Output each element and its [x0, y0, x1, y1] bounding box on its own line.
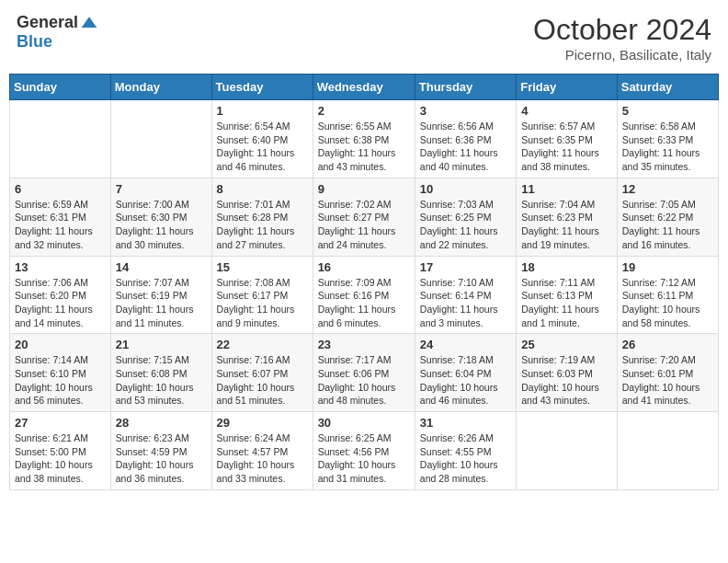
calendar-cell	[517, 412, 618, 490]
calendar-cell: 30Sunrise: 6:25 AMSunset: 4:56 PMDayligh…	[313, 412, 415, 490]
day-detail: Sunrise: 7:15 AMSunset: 6:08 PMDaylight:…	[116, 353, 207, 408]
calendar-cell: 1Sunrise: 6:54 AMSunset: 6:40 PMDaylight…	[211, 100, 313, 178]
day-number: 18	[521, 260, 612, 274]
calendar-cell: 10Sunrise: 7:03 AMSunset: 6:25 PMDayligh…	[415, 178, 516, 256]
calendar-cell: 12Sunrise: 7:05 AMSunset: 6:22 PMDayligh…	[617, 178, 718, 256]
calendar-cell	[10, 100, 111, 178]
day-detail: Sunrise: 6:24 AMSunset: 4:57 PMDaylight:…	[217, 431, 308, 486]
weekday-header-friday: Friday	[517, 75, 618, 100]
day-number: 11	[521, 182, 612, 196]
page-header: General Blue October 2024 Picerno, Basil…	[9, 9, 719, 66]
day-detail: Sunrise: 7:09 AMSunset: 6:16 PMDaylight:…	[318, 276, 410, 330]
day-detail: Sunrise: 7:12 AMSunset: 6:11 PMDaylight:…	[622, 276, 713, 330]
weekday-header-sunday: Sunday	[10, 75, 111, 100]
day-detail: Sunrise: 7:10 AMSunset: 6:14 PMDaylight:…	[420, 276, 511, 330]
calendar-cell: 17Sunrise: 7:10 AMSunset: 6:14 PMDayligh…	[415, 256, 516, 334]
day-number: 25	[521, 338, 612, 351]
day-detail: Sunrise: 6:54 AMSunset: 6:40 PMDaylight:…	[217, 120, 308, 174]
calendar-cell: 14Sunrise: 7:07 AMSunset: 6:19 PMDayligh…	[110, 256, 211, 334]
day-detail: Sunrise: 6:25 AMSunset: 4:56 PMDaylight:…	[318, 431, 410, 486]
logo-icon	[80, 14, 98, 32]
day-detail: Sunrise: 7:19 AMSunset: 6:03 PMDaylight:…	[521, 353, 612, 408]
day-detail: Sunrise: 6:58 AMSunset: 6:33 PMDaylight:…	[622, 120, 713, 174]
day-detail: Sunrise: 6:26 AMSunset: 4:55 PMDaylight:…	[420, 431, 511, 486]
day-number: 15	[217, 260, 308, 274]
weekday-header-saturday: Saturday	[617, 75, 718, 100]
calendar-week-row: 13Sunrise: 7:06 AMSunset: 6:20 PMDayligh…	[10, 256, 719, 334]
calendar-cell: 2Sunrise: 6:55 AMSunset: 6:38 PMDaylight…	[313, 100, 415, 178]
logo: General Blue	[17, 13, 98, 52]
calendar-cell: 6Sunrise: 6:59 AMSunset: 6:31 PMDaylight…	[10, 178, 111, 256]
day-detail: Sunrise: 7:11 AMSunset: 6:13 PMDaylight:…	[521, 276, 612, 330]
day-detail: Sunrise: 7:03 AMSunset: 6:25 PMDaylight:…	[420, 198, 511, 252]
day-number: 8	[217, 182, 308, 196]
calendar-cell: 21Sunrise: 7:15 AMSunset: 6:08 PMDayligh…	[110, 334, 211, 412]
weekday-header-tuesday: Tuesday	[211, 75, 313, 100]
day-number: 10	[420, 182, 511, 196]
day-detail: Sunrise: 7:18 AMSunset: 6:04 PMDaylight:…	[420, 353, 511, 408]
calendar-cell: 24Sunrise: 7:18 AMSunset: 6:04 PMDayligh…	[415, 334, 516, 412]
svg-marker-0	[82, 17, 97, 28]
day-detail: Sunrise: 7:16 AMSunset: 6:07 PMDaylight:…	[217, 353, 308, 408]
day-number: 23	[318, 338, 410, 351]
calendar-cell	[110, 100, 211, 178]
day-number: 14	[116, 260, 207, 274]
day-number: 5	[622, 104, 713, 118]
day-detail: Sunrise: 6:23 AMSunset: 4:59 PMDaylight:…	[116, 431, 207, 486]
day-detail: Sunrise: 7:05 AMSunset: 6:22 PMDaylight:…	[622, 198, 713, 252]
day-number: 19	[622, 260, 713, 274]
day-detail: Sunrise: 6:21 AMSunset: 5:00 PMDaylight:…	[15, 431, 106, 486]
calendar-week-row: 20Sunrise: 7:14 AMSunset: 6:10 PMDayligh…	[10, 334, 719, 412]
weekday-header-wednesday: Wednesday	[313, 75, 415, 100]
day-detail: Sunrise: 7:17 AMSunset: 6:06 PMDaylight:…	[318, 353, 410, 408]
day-number: 31	[420, 416, 511, 430]
day-number: 22	[217, 338, 308, 351]
day-detail: Sunrise: 6:55 AMSunset: 6:38 PMDaylight:…	[318, 120, 410, 174]
calendar-cell: 11Sunrise: 7:04 AMSunset: 6:23 PMDayligh…	[517, 178, 618, 256]
day-number: 27	[15, 416, 106, 430]
day-number: 21	[116, 338, 207, 351]
day-number: 2	[318, 104, 410, 118]
month-year-title: October 2024	[533, 13, 711, 47]
calendar-cell: 20Sunrise: 7:14 AMSunset: 6:10 PMDayligh…	[10, 334, 111, 412]
day-number: 1	[217, 104, 308, 118]
day-number: 29	[217, 416, 308, 430]
calendar-cell: 25Sunrise: 7:19 AMSunset: 6:03 PMDayligh…	[517, 334, 618, 412]
calendar-cell: 16Sunrise: 7:09 AMSunset: 6:16 PMDayligh…	[313, 256, 415, 334]
day-detail: Sunrise: 7:14 AMSunset: 6:10 PMDaylight:…	[15, 353, 106, 408]
day-detail: Sunrise: 7:02 AMSunset: 6:27 PMDaylight:…	[318, 198, 410, 252]
calendar-cell: 22Sunrise: 7:16 AMSunset: 6:07 PMDayligh…	[211, 334, 313, 412]
calendar-table: SundayMondayTuesdayWednesdayThursdayFrid…	[9, 74, 719, 490]
calendar-cell	[617, 412, 718, 490]
calendar-cell: 23Sunrise: 7:17 AMSunset: 6:06 PMDayligh…	[313, 334, 415, 412]
calendar-cell: 29Sunrise: 6:24 AMSunset: 4:57 PMDayligh…	[211, 412, 313, 490]
day-number: 7	[116, 182, 207, 196]
logo-blue: Blue	[17, 32, 52, 51]
day-detail: Sunrise: 7:04 AMSunset: 6:23 PMDaylight:…	[521, 198, 612, 252]
calendar-cell: 18Sunrise: 7:11 AMSunset: 6:13 PMDayligh…	[517, 256, 618, 334]
day-detail: Sunrise: 6:57 AMSunset: 6:35 PMDaylight:…	[521, 120, 612, 174]
day-number: 3	[420, 104, 511, 118]
calendar-cell: 15Sunrise: 7:08 AMSunset: 6:17 PMDayligh…	[211, 256, 313, 334]
day-detail: Sunrise: 7:07 AMSunset: 6:19 PMDaylight:…	[116, 276, 207, 330]
logo-general: General	[17, 13, 78, 32]
day-detail: Sunrise: 6:59 AMSunset: 6:31 PMDaylight:…	[15, 198, 106, 252]
calendar-week-row: 6Sunrise: 6:59 AMSunset: 6:31 PMDaylight…	[10, 178, 719, 256]
calendar-cell: 26Sunrise: 7:20 AMSunset: 6:01 PMDayligh…	[617, 334, 718, 412]
day-detail: Sunrise: 7:01 AMSunset: 6:28 PMDaylight:…	[217, 198, 308, 252]
day-number: 28	[116, 416, 207, 430]
day-number: 13	[15, 260, 106, 274]
day-number: 12	[622, 182, 713, 196]
calendar-cell: 4Sunrise: 6:57 AMSunset: 6:35 PMDaylight…	[517, 100, 618, 178]
day-number: 4	[521, 104, 612, 118]
calendar-cell: 19Sunrise: 7:12 AMSunset: 6:11 PMDayligh…	[617, 256, 718, 334]
calendar-week-row: 1Sunrise: 6:54 AMSunset: 6:40 PMDaylight…	[10, 100, 719, 178]
day-number: 9	[318, 182, 410, 196]
day-detail: Sunrise: 7:00 AMSunset: 6:30 PMDaylight:…	[116, 198, 207, 252]
calendar-cell: 28Sunrise: 6:23 AMSunset: 4:59 PMDayligh…	[110, 412, 211, 490]
calendar-cell: 7Sunrise: 7:00 AMSunset: 6:30 PMDaylight…	[110, 178, 211, 256]
calendar-cell: 5Sunrise: 6:58 AMSunset: 6:33 PMDaylight…	[617, 100, 718, 178]
day-number: 30	[318, 416, 410, 430]
day-number: 26	[622, 338, 713, 351]
weekday-header-thursday: Thursday	[415, 75, 516, 100]
